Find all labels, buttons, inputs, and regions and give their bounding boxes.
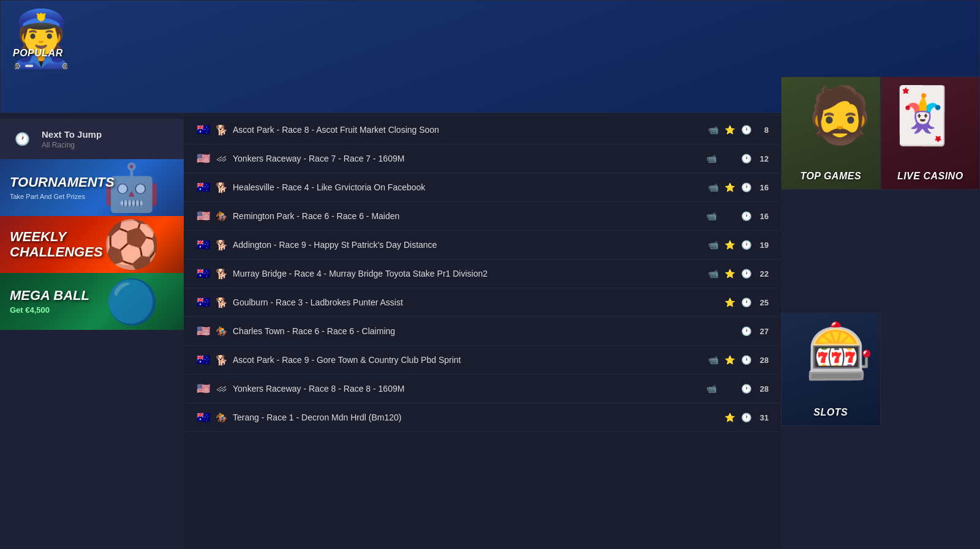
race-name: Charles Town - Race 6 - Race 6 - Claimin… xyxy=(233,326,395,336)
race-row[interactable]: 🇦🇺 🐕 Healesville - Race 4 - Like Grvicto… xyxy=(184,173,781,202)
time-value: 28 xyxy=(754,384,769,394)
time-badge: 🕐 16 xyxy=(741,211,769,221)
video-icon: 📹 xyxy=(706,384,717,394)
race-type-icon: 🐕 xyxy=(216,297,228,308)
time-value: 25 xyxy=(754,298,769,307)
next-to-jump-icon: 🕐 xyxy=(11,128,33,150)
race-row[interactable]: 🇺🇸 🏎 Yonkers Raceway - Race 7 - Race 7 -… xyxy=(184,144,781,173)
casino-card-slots[interactable]: SLOTS xyxy=(781,313,881,426)
race-name: Terang - Race 1 - Decron Mdn Hrdl (Bm120… xyxy=(233,413,401,422)
star-icon: ⭐ xyxy=(725,269,735,278)
clock-icon: 🕐 xyxy=(741,297,752,307)
flag-icon: 🇦🇺 xyxy=(196,267,211,280)
star-icon: ⭐ xyxy=(725,182,735,192)
casino-topgames-label: TOP GAMES xyxy=(800,171,861,182)
time-badge: 🕐 19 xyxy=(741,240,769,250)
casino-livecasino-label: LIVE CASINO xyxy=(897,171,963,182)
race-name: Goulburn - Race 3 - Ladbrokes Punter Ass… xyxy=(233,297,403,307)
race-name: Addington - Race 9 - Happy St Patrick's … xyxy=(233,240,437,250)
time-value: 19 xyxy=(754,241,769,250)
flag-icon: 🇺🇸 xyxy=(196,324,211,338)
casino-card-live-casino[interactable]: LIVE CASINO xyxy=(881,77,981,190)
race-type-icon: 🐕 xyxy=(216,239,228,251)
clock-icon: 🕐 xyxy=(741,355,752,365)
race-type-icon: 🐕 xyxy=(216,182,228,193)
race-type-icon: 🐕 xyxy=(216,124,228,136)
race-row[interactable]: 🇦🇺 🐕 Ascot Park - Race 8 - Ascot Fruit M… xyxy=(184,116,781,144)
star-icon: ⭐ xyxy=(725,413,735,422)
banner-mega-ball[interactable]: MEGA BALL Get €4,500 🔵 xyxy=(0,273,184,330)
megaball-amount: Get €4,500 xyxy=(10,305,89,315)
race-name: Yonkers Raceway - Race 7 - Race 7 - 1609… xyxy=(233,154,404,163)
star-icon: ⭐ xyxy=(725,125,735,135)
next-to-jump-subtitle: All Racing xyxy=(42,141,102,149)
megaball-title: MEGA BALL xyxy=(10,288,89,303)
clock-icon: 🕐 xyxy=(741,154,752,163)
time-value: 12 xyxy=(754,154,769,163)
weekly-title: WEEKLY CHALLENGES xyxy=(10,230,103,259)
flag-icon: 🇺🇸 xyxy=(196,209,211,223)
clock-icon: 🕐 xyxy=(741,240,752,250)
video-icon: 📹 xyxy=(706,211,717,221)
race-type-icon: 🏇 xyxy=(216,211,228,222)
time-value: 8 xyxy=(754,125,769,135)
banner-tournaments[interactable]: TOURNAMENTS Take Part And Get Prizes 🤖 xyxy=(0,159,184,216)
video-icon: 📹 xyxy=(708,240,718,250)
star-icon: ⭐ xyxy=(725,240,735,250)
flag-icon: 🇦🇺 xyxy=(196,181,211,194)
casino-grid: POPULAR TOP GAMES LIVE CASINO SLOTS xyxy=(781,77,980,549)
race-row[interactable]: 🇦🇺 🐕 Addington - Race 9 - Happy St Patri… xyxy=(184,231,781,260)
tournaments-title: TOURNAMENTS xyxy=(10,175,115,190)
right-panel: BetSlip Open Bets History Your bet slip … xyxy=(781,0,980,549)
flag-icon: 🇦🇺 xyxy=(196,353,211,367)
clock-icon: 🕐 xyxy=(741,125,752,135)
star-icon: ⭐ xyxy=(725,355,735,365)
race-row[interactable]: 🇦🇺 🐕 Ascot Park - Race 9 - Gore Town & C… xyxy=(184,346,781,375)
video-icon: 📹 xyxy=(708,355,718,365)
race-row[interactable]: 🇺🇸 🏇 Charles Town - Race 6 - Race 6 - Cl… xyxy=(184,317,781,346)
race-name: Healesville - Race 4 - Like Grvictoria O… xyxy=(233,182,425,192)
sidebar-banners: TOURNAMENTS Take Part And Get Prizes 🤖 W… xyxy=(0,159,184,330)
banner-weekly-challenges[interactable]: WEEKLY CHALLENGES ⚽ xyxy=(0,216,184,273)
casino-card-top-games[interactable]: TOP GAMES xyxy=(781,77,881,190)
sidebar-item-next-to-jump[interactable]: 🕐 Next To Jump All Racing xyxy=(0,119,184,159)
race-row[interactable]: 🇦🇺 🏇 Terang - Race 1 - Decron Mdn Hrdl (… xyxy=(184,403,781,432)
time-value: 28 xyxy=(754,356,769,365)
flag-icon: 🇦🇺 xyxy=(196,123,211,136)
time-value: 16 xyxy=(754,183,769,192)
race-row[interactable]: 🇺🇸 🏎 Yonkers Raceway - Race 8 - Race 8 -… xyxy=(184,375,781,403)
clock-icon: 🕐 xyxy=(741,269,752,278)
flag-icon: 🇦🇺 xyxy=(196,238,211,252)
race-type-icon: 🏇 xyxy=(216,326,228,337)
race-type-icon: 🐕 xyxy=(216,268,228,280)
time-value: 16 xyxy=(754,212,769,221)
race-row[interactable]: 🇺🇸 🏇 Remington Park - Race 6 - Race 6 - … xyxy=(184,202,781,231)
video-icon: 📹 xyxy=(706,154,717,163)
race-type-icon: 🏎 xyxy=(216,153,228,164)
flag-icon: 🇺🇸 xyxy=(196,382,211,395)
time-badge: 🕐 28 xyxy=(741,384,769,394)
time-badge: 🕐 27 xyxy=(741,326,769,336)
megaball-deco: 🔵 xyxy=(83,277,181,327)
video-icon: 📹 xyxy=(708,182,718,192)
clock-icon: 🕐 xyxy=(741,211,752,221)
flag-icon: 🇺🇸 xyxy=(196,152,211,165)
time-badge: 🕐 16 xyxy=(741,182,769,192)
casino-slots-label: SLOTS xyxy=(813,407,848,418)
race-type-icon: 🐕 xyxy=(216,354,228,366)
race-list: 🇦🇺 🐕 Murray Bridge - Race 3 - Greyhounds… xyxy=(184,58,781,549)
next-to-jump-title: Next To Jump xyxy=(42,129,102,140)
race-name: Murray Bridge - Race 4 - Murray Bridge T… xyxy=(233,269,488,278)
clock-icon: 🕐 xyxy=(741,384,752,394)
video-icon: 📹 xyxy=(708,269,718,278)
star-icon: ⭐ xyxy=(725,297,735,307)
race-row[interactable]: 🇦🇺 🐕 Goulburn - Race 3 - Ladbrokes Punte… xyxy=(184,288,781,317)
race-row[interactable]: 🇦🇺 🐕 Murray Bridge - Race 4 - Murray Bri… xyxy=(184,260,781,288)
time-badge: 🕐 12 xyxy=(741,154,769,163)
flag-icon: 🇦🇺 xyxy=(196,296,211,309)
race-type-icon: 🏎 xyxy=(216,383,228,394)
time-value: 22 xyxy=(754,269,769,278)
clock-icon: 🕐 xyxy=(741,326,752,336)
race-name: Ascot Park - Race 9 - Gore Town & Countr… xyxy=(233,355,461,365)
time-badge: 🕐 28 xyxy=(741,355,769,365)
